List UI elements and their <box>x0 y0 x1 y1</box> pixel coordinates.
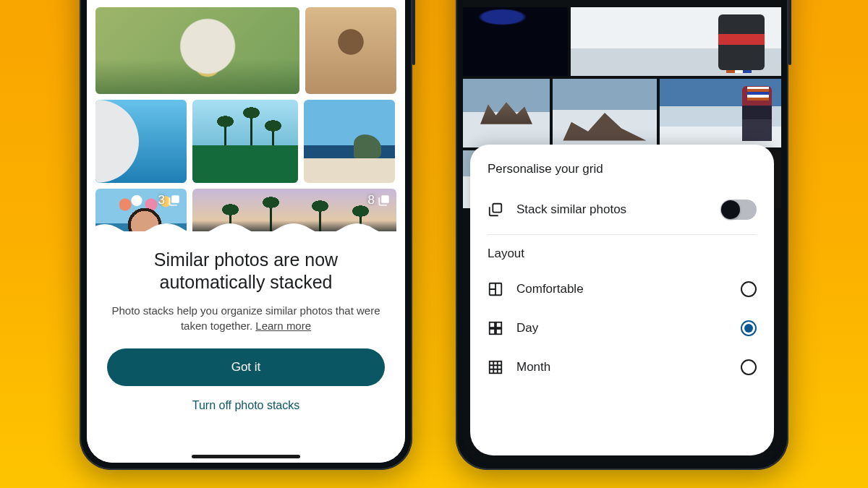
photo-thumb[interactable] <box>571 7 781 76</box>
phone-left-screen: 3 8 <box>87 0 405 463</box>
divider <box>488 234 757 235</box>
stack-count-badge: 8 <box>368 193 391 207</box>
svg-rect-2 <box>493 204 501 213</box>
photo-thumb[interactable] <box>95 7 299 94</box>
stack-similar-photos-toggle[interactable] <box>720 200 757 220</box>
sheet-title: Similar photos are now automatically sta… <box>107 249 385 294</box>
sheet-body: Photo stacks help you organize similar p… <box>107 303 385 335</box>
layout-option-label: Month <box>516 360 728 374</box>
svg-rect-6 <box>490 329 495 334</box>
svg-rect-1 <box>381 195 389 203</box>
turn-off-stacks-button[interactable]: Turn off photo stacks <box>192 399 300 412</box>
personalise-grid-sheet: Personalise your grid Stack similar phot… <box>470 145 774 455</box>
stack-count: 3 <box>158 193 165 207</box>
layout-section-title: Layout <box>488 247 757 261</box>
photo-thumb[interactable] <box>304 100 395 183</box>
phone-right-frame: Personalise your grid Stack similar phot… <box>456 0 788 470</box>
layout-option-month[interactable]: Month <box>488 348 757 387</box>
svg-rect-8 <box>490 361 502 374</box>
got-it-button[interactable]: Got it <box>107 348 385 386</box>
learn-more-link[interactable]: Learn more <box>255 320 311 332</box>
svg-rect-5 <box>496 322 501 328</box>
stack-count: 8 <box>368 193 375 207</box>
svg-rect-4 <box>490 322 495 328</box>
photo-thumb[interactable] <box>305 7 396 94</box>
photo-thumb[interactable] <box>463 79 550 147</box>
photo-thumb[interactable] <box>463 7 568 76</box>
stack-icon <box>488 202 503 218</box>
layout-month-icon <box>488 359 503 375</box>
layout-day-icon <box>488 320 503 336</box>
photo-thumb[interactable] <box>553 79 657 147</box>
stack-count-badge: 3 <box>158 193 181 207</box>
photo-grid: 3 8 <box>95 7 396 247</box>
radio-selected[interactable] <box>741 320 757 336</box>
home-indicator[interactable] <box>192 455 300 458</box>
stack-similar-photos-row[interactable]: Stack similar photos <box>488 192 757 227</box>
sheet-title: Personalise your grid <box>488 162 757 176</box>
svg-rect-0 <box>171 195 179 203</box>
stack-icon <box>168 194 181 207</box>
stack-icon <box>378 194 391 207</box>
radio-unselected[interactable] <box>741 359 757 375</box>
phone-left-frame: 3 8 <box>80 0 412 470</box>
photo-thumb[interactable] <box>192 100 298 183</box>
layout-option-day[interactable]: Day <box>488 309 757 348</box>
layout-comfortable-icon <box>488 281 503 297</box>
stack-toggle-label: Stack similar photos <box>516 202 707 217</box>
layout-option-label: Comfortable <box>516 282 728 296</box>
photo-thumb[interactable] <box>660 79 781 147</box>
sheet-wavy-edge <box>87 218 405 231</box>
intro-sheet: Similar photos are now automatically sta… <box>87 231 405 463</box>
phone-right-screen: Personalise your grid Stack similar phot… <box>463 0 781 463</box>
photo-thumb[interactable] <box>95 100 187 183</box>
layout-option-label: Day <box>516 321 728 335</box>
radio-unselected[interactable] <box>741 281 757 297</box>
layout-option-comfortable[interactable]: Comfortable <box>488 270 757 309</box>
svg-rect-7 <box>496 329 501 334</box>
